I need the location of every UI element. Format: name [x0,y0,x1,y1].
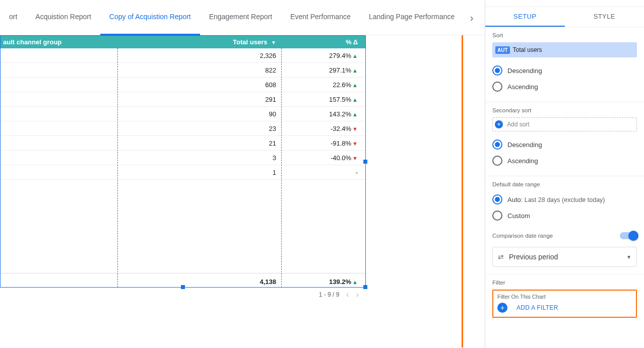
page-tab[interactable]: ort [0,0,26,35]
radio-icon [492,82,502,92]
radio-sort-desc[interactable]: Descending [492,62,637,79]
panel-body[interactable]: Sort AUT Total users Descending Ascendin… [485,27,644,348]
table-header-metric[interactable]: Total users ▼ [117,38,281,46]
table-cell-delta: 157.5%▲ [281,96,366,103]
filter-highlight-box: Filter On This Chart + ADD A FILTER [492,290,637,318]
add-sort-label: Add sort [507,121,530,128]
table-pager: 1 - 9 / 9 ‹ › [0,288,366,302]
comparison-toggle-row: Comparison date range [492,229,637,243]
tab-setup[interactable]: SETUP [485,7,565,27]
table-row[interactable]: 3 -40.0%▼ [0,151,366,165]
table-cell-delta: -91.8%▼ [281,140,366,147]
table-cell-val: 608 [117,81,281,89]
table-cell-val: 90 [117,110,281,118]
arrow-down-icon: ▼ [352,155,358,161]
table-body: 2,326 279.4%▲ 822 297.1%▲ 608 22.6%▲ 291… [0,48,366,180]
radio-label: Custom [507,212,530,220]
tabs-scroll-right-button[interactable]: › [463,9,481,27]
table-cell-val: 291 [117,96,281,103]
sort-desc-icon: ▼ [271,40,276,45]
filter-sub-label: Filter On This Chart [497,294,632,300]
radio-date-auto[interactable]: Auto: Last 28 days (exclude today) [492,191,637,207]
pager-prev-button[interactable]: ‹ [346,290,349,299]
arrow-down-icon: ▼ [352,126,358,132]
add-filter-button[interactable]: + ADD A FILTER [497,303,632,313]
grand-total-delta: 139.2%▲ [281,278,366,286]
comparison-period-dropdown[interactable]: ⇄ Previous period ▼ [492,247,637,267]
radio-label: Auto [507,196,521,203]
table-cell-val: 21 [117,140,281,147]
section-date-range: Default date range Auto: Last 28 days (e… [485,176,644,274]
sort-metric-chip[interactable]: AUT Total users [492,42,637,57]
comparison-toggle[interactable] [620,232,637,239]
table-cell-delta: 297.1%▲ [281,66,366,74]
radio-secondary-desc[interactable]: Descending [492,136,637,153]
report-canvas[interactable]: ault channel group Total users ▼ % Δ 2,3… [0,35,464,347]
radio-date-custom[interactable]: Custom [492,207,637,224]
radio-label: Descending [507,67,542,75]
canvas-right-margin-guide [462,35,463,347]
table-header-dimension[interactable]: ault channel group [0,38,117,46]
chevron-right-icon: › [470,12,474,24]
table-grand-total-row: 4,138 139.2%▲ [0,275,366,288]
table-row[interactable]: 90 143.2%▲ [0,107,366,121]
radio-icon [492,65,502,76]
page-tab[interactable]: Engagement Report [200,0,281,35]
chip-text: Total users [513,46,542,53]
radio-icon [492,211,502,221]
table-row[interactable]: 23 -32.4%▼ [0,121,366,136]
table-row[interactable]: 608 22.6%▲ [0,78,366,92]
pager-next-button[interactable]: › [356,290,359,299]
plus-icon: + [497,303,507,313]
page-tab[interactable]: Acquistion Report [26,0,100,35]
page-tab[interactable]: Event Performance [281,0,360,35]
chevron-down-icon: ▼ [626,254,631,260]
grand-total-value: 4,138 [117,278,281,286]
arrow-down-icon: ▼ [352,141,358,147]
panel-tabs: SETUP STYLE [485,7,644,27]
section-filter: Filter Filter On This Chart + ADD A FILT… [485,274,644,325]
arrow-up-icon: ▲ [352,97,358,103]
comparison-label: Comparison date range [492,233,553,239]
compare-icon: ⇄ [498,253,504,261]
section-secondary-sort: Secondary sort + Add sort Descending Asc… [485,102,644,176]
table-chart[interactable]: ault channel group Total users ▼ % Δ 2,3… [0,35,366,302]
table-cell-val: 23 [117,125,281,132]
table-cell-val: 822 [117,66,281,74]
radio-label: Ascending [507,157,538,165]
arrow-up-icon: ▲ [352,82,358,88]
table-header-metric-label: Total users [233,38,267,46]
table-row[interactable]: 291 157.5%▲ [0,92,366,107]
table-row[interactable]: 21 -91.8%▼ [0,136,366,151]
table-footer: 4,138 139.2%▲ 1 - 9 / 9 ‹ › [0,273,366,302]
section-label: Secondary sort [492,107,637,113]
tab-style[interactable]: STYLE [565,7,645,27]
table-cell-delta: 279.4%▲ [281,52,366,59]
section-label: Filter [492,280,637,286]
table-cell-val: 3 [117,154,281,162]
radio-icon [492,140,502,150]
dropdown-value: Previous period [509,253,558,261]
radio-secondary-asc[interactable]: Ascending [492,153,637,169]
table-cell-val: 2,326 [117,52,281,59]
table-cell-delta: 22.6%▲ [281,81,366,89]
table-header-row: ault channel group Total users ▼ % Δ [0,35,366,48]
radio-sort-asc[interactable]: Ascending [492,79,637,95]
add-secondary-sort[interactable]: + Add sort [492,117,637,131]
radio-icon [492,156,502,166]
arrow-up-icon: ▲ [352,53,358,59]
table-header-delta[interactable]: % Δ [281,38,366,46]
table-row[interactable]: 2,326 279.4%▲ [0,48,366,63]
plus-icon: + [495,120,503,128]
table-row[interactable]: 822 297.1%▲ [0,63,366,78]
page-tab[interactable]: Landing Page Performance [360,0,464,35]
page-tab-active[interactable]: Copy of Acquistion Report [100,0,200,35]
section-sort: Sort AUT Total users Descending Ascendin… [485,27,644,102]
radio-label: Descending [507,141,542,149]
table-row[interactable]: 1 - [0,165,366,180]
arrow-up-icon: ▲ [352,67,358,74]
auto-date-detail: : Last 28 days (exclude today) [521,196,605,203]
radio-label: Ascending [507,83,538,91]
table-cell-delta: - [281,169,366,176]
table-cell-delta: -40.0%▼ [281,154,366,162]
